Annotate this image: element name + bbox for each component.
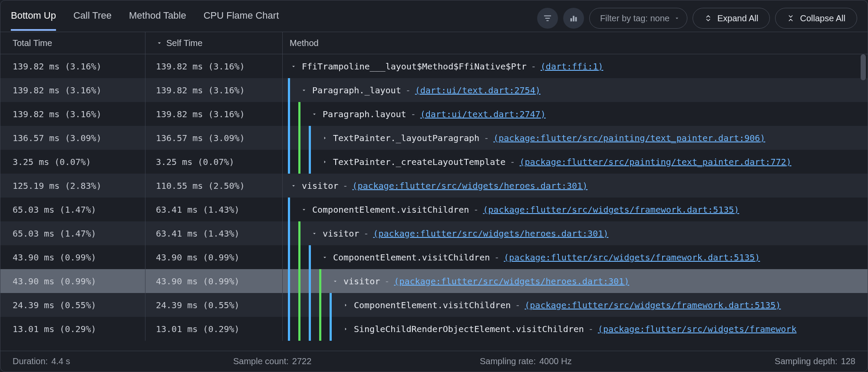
- tree-lines: [283, 102, 309, 126]
- tree-line: [288, 221, 290, 245]
- tab-method-table[interactable]: Method Table: [129, 6, 186, 31]
- cell-method: FfiTrampoline___layout$Method$FfiNative$…: [283, 54, 868, 78]
- chevron-down-icon[interactable]: [311, 230, 319, 237]
- source-link[interactable]: (package:flutter/src/widgets/framework.d…: [483, 204, 739, 215]
- col-method[interactable]: Method: [283, 32, 868, 54]
- table-row[interactable]: 139.82 ms (3.16%)139.82 ms (3.16%)FfiTra…: [0, 54, 868, 78]
- separator: -: [343, 181, 348, 191]
- table-row[interactable]: 136.57 ms (3.09%)136.57 ms (3.09%)TextPa…: [0, 126, 868, 150]
- source-link[interactable]: (package:flutter/src/painting/text_paint…: [493, 133, 765, 143]
- method-name: Paragraph._layout: [312, 85, 401, 95]
- method-name: TextPainter._layoutParagraph: [333, 133, 479, 143]
- cell-total-time: 3.25 ms (0.07%): [0, 150, 145, 174]
- duration-label: Duration:: [13, 356, 48, 366]
- grid-header: Total Time Self Time Method: [0, 32, 868, 54]
- cell-self-time: 24.39 ms (0.55%): [145, 293, 283, 317]
- table-row[interactable]: 24.39 ms (0.55%)24.39 ms (0.55%)Componen…: [0, 293, 868, 317]
- source-link[interactable]: (package:flutter/src/painting/text_paint…: [519, 157, 791, 167]
- chevron-down-icon[interactable]: [290, 183, 298, 189]
- chevron-right-icon[interactable]: [322, 135, 330, 141]
- tree-line: [288, 198, 290, 221]
- tab-flame-chart[interactable]: CPU Flame Chart: [204, 6, 279, 31]
- cell-total-time: 65.03 ms (1.47%): [0, 221, 145, 245]
- bar-chart-icon: [569, 13, 578, 23]
- table-row[interactable]: 13.01 ms (0.29%)13.01 ms (0.29%)SingleCh…: [0, 317, 868, 341]
- cell-total-time: 125.19 ms (2.83%): [0, 174, 145, 198]
- sampling-rate-value: 4000 Hz: [539, 356, 572, 366]
- chevron-down-icon[interactable]: [322, 254, 330, 260]
- cell-self-time: 3.25 ms (0.07%): [145, 150, 283, 174]
- separator: -: [363, 228, 369, 239]
- cell-method: Paragraph._layout-(dart:ui/text.dart:275…: [283, 78, 868, 102]
- cell-method: ComponentElement.visitChildren-(package:…: [283, 293, 868, 317]
- method-name: visitor: [323, 228, 359, 239]
- separator: -: [515, 300, 520, 310]
- tree-line: [288, 126, 290, 150]
- source-link[interactable]: (package:flutter/src/widgets/heroes.dart…: [352, 181, 587, 191]
- tree-line: [288, 102, 290, 126]
- cell-method: TextPainter._createLayoutTemplate-(packa…: [283, 150, 868, 174]
- tree-line: [309, 150, 311, 174]
- method-name: FfiTrampoline___layout$Method$FfiNative$…: [302, 61, 527, 72]
- chevron-right-icon[interactable]: [343, 302, 350, 308]
- expand-all-button[interactable]: Expand All: [693, 8, 770, 29]
- source-link[interactable]: (dart:ui/text.dart:2754): [415, 85, 541, 95]
- tree-line: [330, 317, 332, 341]
- source-link[interactable]: (dart:ui/text.dart:2747): [420, 109, 546, 119]
- cell-method: TextPainter._layoutParagraph-(package:fl…: [283, 126, 868, 150]
- tab-bottom-up[interactable]: Bottom Up: [11, 6, 56, 31]
- tree-line: [288, 245, 290, 269]
- source-link[interactable]: (package:flutter/src/widgets/framework: [598, 324, 797, 334]
- sample-count-label: Sample count:: [233, 356, 289, 366]
- table-row[interactable]: 3.25 ms (0.07%)3.25 ms (0.07%)TextPainte…: [0, 150, 868, 174]
- chevron-down-icon[interactable]: [311, 111, 319, 117]
- svg-rect-4: [573, 16, 574, 22]
- tree-lines: [283, 221, 309, 245]
- duration-value: 4.4 s: [51, 356, 70, 366]
- collapse-all-button[interactable]: Collapse All: [775, 8, 857, 29]
- cell-method: ComponentElement.visitChildren-(package:…: [283, 198, 868, 221]
- source-link[interactable]: (package:flutter/src/widgets/framework.d…: [525, 300, 781, 310]
- table-row[interactable]: 125.19 ms (2.83%)110.55 ms (2.50%)visito…: [0, 174, 868, 198]
- cell-total-time: 139.82 ms (3.16%): [0, 78, 145, 102]
- table-row[interactable]: 65.03 ms (1.47%)63.41 ms (1.43%)visitor-…: [0, 221, 868, 245]
- cell-total-time: 24.39 ms (0.55%): [0, 293, 145, 317]
- tree-lines: [283, 245, 319, 269]
- method-name: SingleChildRenderObjectElement.visitChil…: [354, 324, 584, 334]
- tab-call-tree[interactable]: Call Tree: [73, 6, 112, 31]
- source-link[interactable]: (package:flutter/src/widgets/framework.d…: [504, 252, 760, 263]
- chevron-right-icon[interactable]: [343, 326, 350, 332]
- separator: -: [384, 276, 389, 286]
- chevron-down-icon[interactable]: [301, 87, 309, 93]
- table-row[interactable]: 139.82 ms (3.16%)139.82 ms (3.16%)Paragr…: [0, 102, 868, 126]
- source-link[interactable]: (package:flutter/src/widgets/heroes.dart…: [373, 228, 608, 239]
- filter-icon-button[interactable]: [537, 8, 558, 29]
- tree-lines: [283, 126, 319, 150]
- chart-icon-button[interactable]: [563, 8, 584, 29]
- tree-line: [319, 317, 321, 341]
- cell-self-time: 110.55 ms (2.50%): [145, 174, 283, 198]
- tree-line: [298, 293, 300, 317]
- separator: -: [510, 157, 515, 167]
- table-row[interactable]: 139.82 ms (3.16%)139.82 ms (3.16%)Paragr…: [0, 78, 868, 102]
- tree-lines: [283, 269, 330, 293]
- tree-lines: [283, 198, 298, 221]
- vertical-scrollbar[interactable]: [861, 54, 866, 80]
- filter-tag-select[interactable]: Filter by tag: none: [589, 8, 687, 29]
- table-row[interactable]: 43.90 ms (0.99%)43.90 ms (0.99%)visitor-…: [0, 269, 868, 293]
- col-self-time[interactable]: Self Time: [145, 32, 283, 54]
- col-total-time[interactable]: Total Time: [0, 32, 145, 54]
- source-link[interactable]: (package:flutter/src/widgets/heroes.dart…: [394, 276, 629, 286]
- cell-total-time: 13.01 ms (0.29%): [0, 317, 145, 341]
- chevron-down-icon[interactable]: [290, 63, 298, 69]
- chevron-right-icon[interactable]: [322, 159, 330, 165]
- chevron-down-icon[interactable]: [332, 278, 340, 284]
- sampling-depth-value: 128: [841, 356, 855, 366]
- table-row[interactable]: 43.90 ms (0.99%)43.90 ms (0.99%)Componen…: [0, 245, 868, 269]
- source-link[interactable]: (dart:ffi:1): [541, 61, 604, 72]
- filter-tag-label: Filter by tag: none: [600, 13, 670, 23]
- tree-line: [298, 126, 300, 150]
- chevron-down-icon[interactable]: [301, 207, 309, 213]
- separator: -: [406, 85, 411, 95]
- table-row[interactable]: 65.03 ms (1.47%)63.41 ms (1.43%)Componen…: [0, 198, 868, 221]
